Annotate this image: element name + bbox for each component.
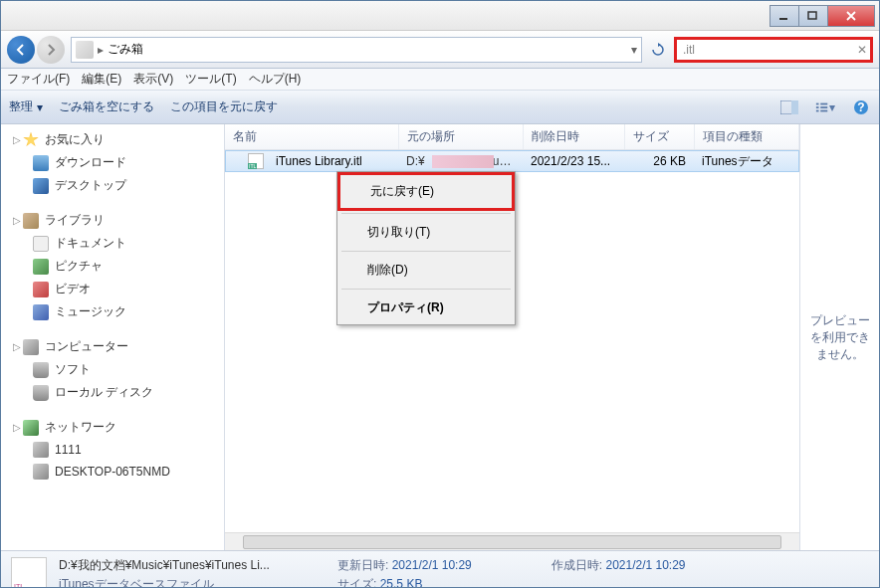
nav-sidebar: ▷お気に入り ダウンロード デスクトップ ▷ライブラリ ドキュメント ピクチャ … [1, 124, 225, 550]
recycle-bin-icon [76, 41, 94, 59]
separator [341, 213, 511, 214]
sb-created: 2021/2/1 10:29 [605, 558, 685, 572]
col-size[interactable]: サイズ [625, 124, 695, 149]
view-button[interactable]: ▾ [815, 98, 835, 117]
sb-size: 25.5 KB [380, 577, 423, 589]
help-button[interactable]: ? [851, 98, 871, 117]
sb-path: D:¥我的文档¥Music¥iTunes¥iTunes Li... [59, 557, 318, 574]
chevron-right-icon: ▸ [98, 43, 104, 57]
col-deleted[interactable]: 削除日時 [524, 124, 625, 149]
file-size: 26 KB [624, 154, 694, 168]
svg-rect-4 [816, 102, 819, 104]
picture-icon [33, 259, 49, 275]
separator [341, 251, 511, 252]
sidebar-item-pictures[interactable]: ピクチャ [1, 255, 224, 278]
file-name: iTunes Library.itl [268, 154, 398, 168]
status-bar: D:¥我的文档¥Music¥iTunes¥iTunes Li... 更新日時: … [1, 550, 879, 588]
svg-text:?: ? [857, 100, 864, 114]
menu-bar: ファイル(F) 編集(E) 表示(V) ツール(T) ヘルプ(H) [1, 69, 879, 91]
column-headers: 名前 元の場所 削除日時 サイズ 項目の種類 [225, 124, 799, 150]
computer-icon [33, 464, 49, 480]
dropdown-icon[interactable]: ▾ [631, 43, 637, 57]
close-button[interactable] [827, 5, 875, 27]
horizontal-scrollbar[interactable] [225, 532, 799, 550]
sidebar-item-localdisk[interactable]: ローカル ディスク [1, 381, 224, 404]
menu-view[interactable]: 表示(V) [133, 71, 173, 88]
file-large-icon [11, 557, 47, 589]
col-location[interactable]: 元の場所 [399, 124, 524, 149]
sidebar-network[interactable]: ▷ネットワーク [1, 416, 224, 439]
library-icon [23, 213, 39, 229]
menu-edit[interactable]: 編集(E) [82, 71, 121, 88]
sidebar-library[interactable]: ▷ライブラリ [1, 209, 224, 232]
context-menu: 元に戻す(E) 切り取り(T) 削除(D) プロパティ(R) [336, 171, 516, 325]
empty-recycle-button[interactable]: ごみ箱を空にする [59, 98, 154, 115]
navigation-bar: ▸ ごみ箱 ▾ ✕ [1, 31, 879, 69]
desktop-icon [33, 178, 49, 194]
file-icon [248, 153, 264, 169]
download-icon [33, 155, 49, 171]
document-icon [33, 236, 49, 252]
sidebar-item-net2[interactable]: DESKTOP-06T5NMD [1, 461, 224, 483]
breadcrumb-location: ごみ箱 [108, 41, 143, 58]
file-type: iTunesデータ [694, 153, 798, 170]
ctx-cut[interactable]: 切り取り(T) [337, 216, 515, 249]
sb-modified: 2021/2/1 10:29 [392, 558, 472, 572]
svg-rect-1 [808, 12, 816, 19]
restore-item-button[interactable]: この項目を元に戻す [170, 98, 278, 115]
network-icon [23, 420, 39, 436]
disk-icon [33, 362, 49, 378]
refresh-button[interactable] [646, 38, 670, 62]
preview-pane: プレビューを利用できません。 [799, 124, 879, 550]
chevron-down-icon: ▾ [37, 100, 43, 114]
search-input[interactable] [674, 37, 873, 63]
computer-icon [33, 442, 49, 458]
svg-rect-0 [779, 18, 787, 20]
ctx-restore[interactable]: 元に戻す(E) [337, 172, 515, 211]
forward-button[interactable] [37, 36, 65, 64]
video-icon [33, 282, 49, 297]
ctx-properties[interactable]: プロパティ(R) [337, 292, 515, 324]
sidebar-item-documents[interactable]: ドキュメント [1, 232, 224, 255]
sidebar-computer[interactable]: ▷コンピューター [1, 335, 224, 358]
preview-pane-button[interactable] [779, 98, 799, 117]
sidebar-item-videos[interactable]: ビデオ [1, 278, 224, 300]
star-icon [23, 132, 39, 148]
menu-tools[interactable]: ツール(T) [185, 71, 236, 88]
separator [341, 289, 511, 290]
col-type[interactable]: 項目の種類 [695, 124, 799, 149]
breadcrumb[interactable]: ▸ ごみ箱 ▾ [71, 37, 642, 63]
file-row[interactable]: iTunes Library.itl D:¥us... 2021/2/23 15… [225, 150, 799, 172]
music-icon [33, 304, 49, 320]
svg-rect-9 [820, 109, 827, 111]
chevron-down-icon: ▾ [829, 100, 835, 114]
ctx-delete[interactable]: 削除(D) [337, 254, 515, 287]
sidebar-item-music[interactable]: ミュージック [1, 300, 224, 323]
menu-file[interactable]: ファイル(F) [7, 71, 70, 88]
sb-filetype: iTunesデータベースファイル [59, 576, 318, 589]
svg-rect-6 [816, 106, 819, 108]
file-deleted: 2021/2/23 15... [523, 154, 624, 168]
svg-rect-5 [820, 102, 827, 104]
title-bar [1, 1, 879, 31]
minimize-button[interactable] [770, 5, 799, 27]
sidebar-item-net1[interactable]: 1111 [1, 439, 224, 461]
sidebar-item-soft[interactable]: ソフト [1, 358, 224, 381]
organize-button[interactable]: 整理 ▾ [9, 98, 43, 115]
svg-rect-7 [820, 106, 827, 108]
col-name[interactable]: 名前 [225, 124, 399, 149]
sidebar-favorites[interactable]: ▷お気に入り [1, 128, 224, 151]
disk-icon [33, 385, 49, 401]
sidebar-item-desktop[interactable]: デスクトップ [1, 174, 224, 197]
svg-rect-8 [816, 109, 819, 111]
back-button[interactable] [7, 36, 35, 64]
clear-search-icon[interactable]: ✕ [857, 43, 867, 57]
menu-help[interactable]: ヘルプ(H) [249, 71, 302, 88]
maximize-button[interactable] [798, 5, 828, 27]
svg-rect-3 [791, 100, 798, 114]
sidebar-item-downloads[interactable]: ダウンロード [1, 151, 224, 174]
file-location: D:¥us... [398, 154, 523, 168]
toolbar: 整理 ▾ ごみ箱を空にする この項目を元に戻す ▾ ? [1, 91, 879, 124]
computer-icon [23, 339, 39, 355]
